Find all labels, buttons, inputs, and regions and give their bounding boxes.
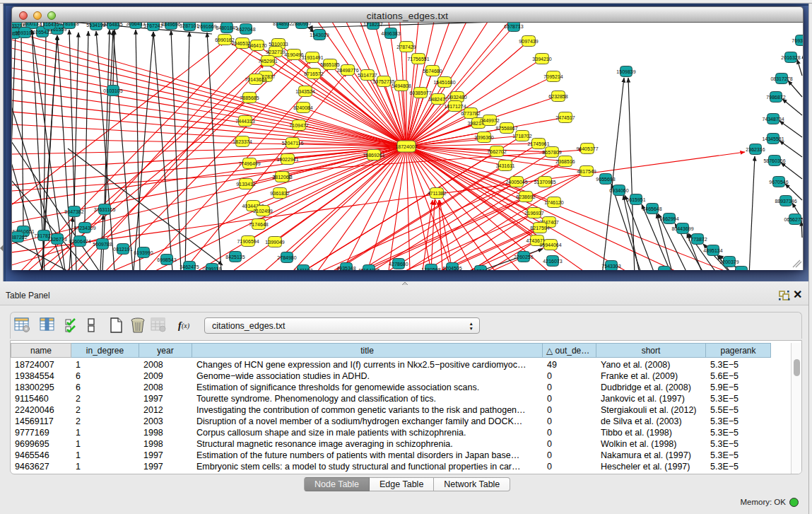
- svg-text:6232858: 6232858: [548, 94, 567, 99]
- svg-text:8849696: 8849696: [161, 23, 180, 27]
- svg-text:2691669: 2691669: [197, 24, 216, 29]
- svg-text:4216073: 4216073: [543, 259, 562, 264]
- svg-text:88937346: 88937346: [775, 199, 796, 204]
- svg-text:8465648: 8465648: [642, 206, 661, 211]
- svg-text:2880957: 2880957: [292, 23, 311, 26]
- svg-text:3482477: 3482477: [428, 97, 447, 102]
- svg-text:1316475: 1316475: [40, 23, 59, 27]
- svg-text:3200379: 3200379: [719, 259, 739, 264]
- svg-text:54145868: 54145868: [653, 269, 675, 271]
- svg-text:5310033: 5310033: [269, 42, 288, 47]
- svg-text:08317278: 08317278: [770, 76, 792, 81]
- svg-text:7452991: 7452991: [258, 59, 277, 64]
- svg-text:7885685: 7885685: [240, 95, 259, 100]
- svg-text:3287101: 3287101: [180, 23, 199, 28]
- svg-text:3662994: 3662994: [659, 216, 678, 221]
- svg-text:4278680: 4278680: [389, 262, 408, 267]
- svg-text:1343524: 1343524: [295, 89, 314, 94]
- svg-text:5494808: 5494808: [392, 83, 411, 88]
- svg-text:06562729: 06562729: [784, 217, 804, 222]
- svg-text:87558867: 87558867: [495, 126, 517, 131]
- svg-text:0142940: 0142940: [731, 269, 751, 271]
- svg-text:3767242: 3767242: [143, 23, 163, 28]
- svg-text:71756551: 71756551: [407, 57, 429, 62]
- svg-text:24005045: 24005045: [505, 180, 527, 185]
- svg-text:9361832: 9361832: [270, 191, 289, 196]
- svg-text:4935348: 4935348: [336, 266, 355, 271]
- svg-text:40164005: 40164005: [358, 268, 379, 271]
- svg-text:77496499: 77496499: [238, 161, 260, 166]
- svg-text:2784980: 2784980: [277, 255, 296, 260]
- svg-text:1746120: 1746120: [544, 200, 563, 205]
- svg-text:58760366: 58760366: [763, 158, 785, 163]
- svg-text:31931491: 31931491: [301, 55, 323, 60]
- svg-text:4711382: 4711382: [428, 191, 447, 196]
- svg-text:84801845: 84801845: [216, 25, 237, 30]
- svg-text:5865185: 5865185: [320, 62, 339, 67]
- svg-text:3396360: 3396360: [474, 135, 493, 140]
- svg-text:5009788: 5009788: [93, 242, 112, 247]
- svg-text:6193990: 6193990: [134, 250, 153, 255]
- svg-text:4627048: 4627048: [236, 27, 255, 32]
- svg-text:2474517: 2474517: [555, 115, 575, 120]
- svg-text:5615951: 5615951: [626, 197, 645, 202]
- svg-text:8240084: 8240084: [293, 105, 312, 110]
- svg-text:1241182: 1241182: [294, 268, 313, 271]
- svg-text:2260256: 2260256: [514, 255, 533, 259]
- svg-text:1280598: 1280598: [421, 267, 440, 271]
- svg-text:75869261: 75869261: [363, 153, 384, 158]
- svg-text:0781618: 0781618: [59, 23, 78, 26]
- svg-text:51370985: 51370985: [534, 180, 555, 185]
- svg-text:2102499: 2102499: [253, 209, 272, 214]
- svg-text:9593103: 9593103: [15, 30, 34, 35]
- svg-text:28498776: 28498776: [336, 68, 358, 73]
- svg-text:7444313: 7444313: [235, 119, 254, 124]
- svg-text:37631165: 37631165: [94, 207, 116, 212]
- svg-text:7095214: 7095214: [543, 74, 563, 79]
- svg-text:6934060: 6934060: [609, 188, 628, 193]
- svg-text:2016328: 2016328: [781, 55, 800, 60]
- svg-text:2764835: 2764835: [103, 23, 122, 27]
- svg-text:9600133: 9600133: [22, 23, 41, 26]
- svg-text:1718702: 1718702: [512, 134, 531, 139]
- svg-text:70143634: 70143634: [245, 77, 266, 82]
- svg-text:3056413: 3056413: [126, 23, 145, 26]
- svg-text:5314737: 5314737: [358, 73, 377, 78]
- svg-text:3431611: 3431611: [496, 163, 515, 168]
- svg-text:2362316: 2362316: [746, 147, 765, 152]
- svg-text:2368516: 2368516: [555, 159, 575, 164]
- svg-text:21745961: 21745961: [527, 141, 549, 146]
- svg-text:8425135: 8425135: [225, 255, 245, 259]
- svg-text:60385977: 60385977: [409, 90, 431, 95]
- svg-text:7174648: 7174648: [249, 222, 268, 227]
- svg-text:0103105: 0103105: [103, 88, 122, 93]
- svg-text:14345581: 14345581: [762, 136, 784, 141]
- svg-text:18724007: 18724007: [395, 144, 417, 149]
- svg-text:6464170: 6464170: [247, 43, 266, 48]
- svg-text:7773872: 7773872: [688, 237, 707, 242]
- svg-text:6204505: 6204505: [442, 266, 461, 271]
- svg-text:13171274: 13171274: [444, 104, 466, 109]
- svg-text:2812067: 2812067: [272, 175, 291, 180]
- svg-text:8217594: 8217594: [530, 226, 549, 230]
- svg-text:7986872: 7986872: [766, 95, 785, 100]
- svg-text:2196937: 2196937: [524, 211, 543, 216]
- svg-text:0449972: 0449972: [480, 118, 499, 123]
- svg-text:8657809: 8657809: [542, 150, 561, 155]
- svg-text:4895134: 4895134: [703, 248, 722, 253]
- svg-text:1543039: 1543039: [310, 33, 329, 37]
- svg-text:87234309: 87234309: [73, 226, 95, 230]
- svg-text:1399049: 1399049: [265, 240, 284, 245]
- svg-text:71906594: 71906594: [237, 239, 259, 244]
- svg-text:02606474: 02606474: [69, 239, 90, 244]
- svg-text:9232719: 9232719: [266, 49, 285, 54]
- svg-text:19022941: 19022941: [276, 157, 298, 162]
- svg-text:(x): (x): [182, 322, 190, 330]
- svg-text:1509839: 1509839: [616, 69, 635, 74]
- svg-text:4817549: 4817549: [577, 169, 596, 174]
- svg-text:9655698: 9655698: [596, 177, 615, 182]
- svg-text:74348734: 74348734: [762, 117, 784, 122]
- svg-text:15451680: 15451680: [433, 80, 455, 85]
- svg-text:6238692: 6238692: [516, 194, 535, 199]
- svg-text:3462475: 3462475: [180, 264, 199, 269]
